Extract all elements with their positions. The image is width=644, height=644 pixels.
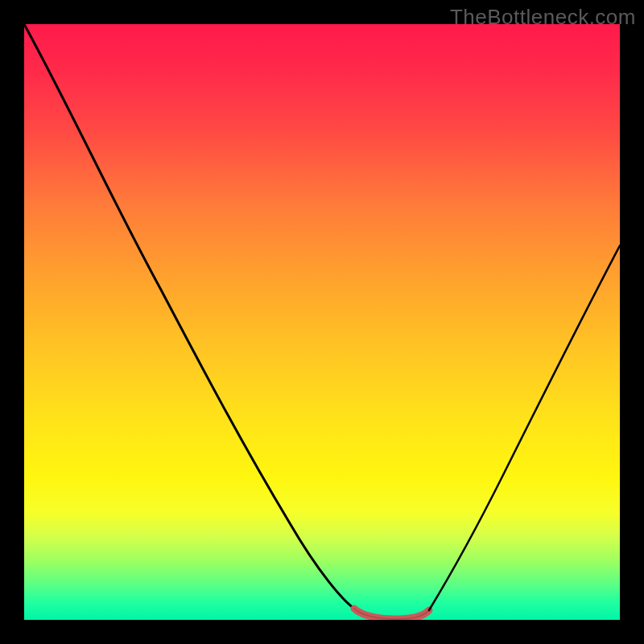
right-curve: [429, 246, 620, 610]
watermark-text: TheBottleneck.com: [450, 5, 636, 30]
plot-area: [24, 24, 620, 620]
bottleneck-curve: [24, 24, 620, 620]
chart-frame: TheBottleneck.com: [0, 0, 644, 644]
left-curve: [24, 24, 354, 609]
